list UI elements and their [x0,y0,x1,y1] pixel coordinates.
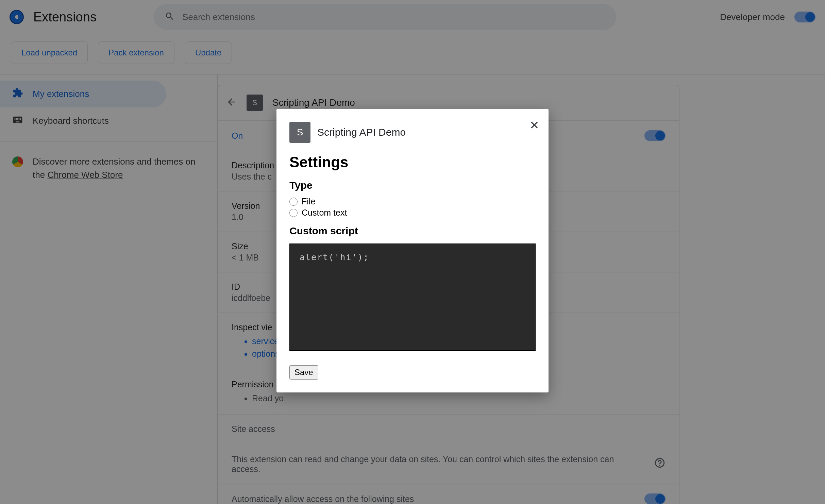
radio-label: Custom text [302,208,347,218]
close-icon[interactable]: ✕ [529,118,539,132]
modal-extension-badge: S [289,122,310,143]
modal-overlay: ✕ S Scripting API Demo Settings Type Fil… [0,0,825,504]
save-button[interactable]: Save [289,365,318,380]
type-radio-file[interactable]: File [289,196,536,207]
settings-modal: ✕ S Scripting API Demo Settings Type Fil… [276,109,549,392]
custom-script-textarea[interactable] [289,243,536,351]
custom-script-heading: Custom script [289,225,536,237]
radio-label: File [302,197,315,206]
type-radio-custom-text[interactable]: Custom text [289,207,536,218]
type-heading: Type [289,180,536,191]
modal-extension-name: Scripting API Demo [317,127,406,138]
settings-heading: Settings [289,154,536,171]
